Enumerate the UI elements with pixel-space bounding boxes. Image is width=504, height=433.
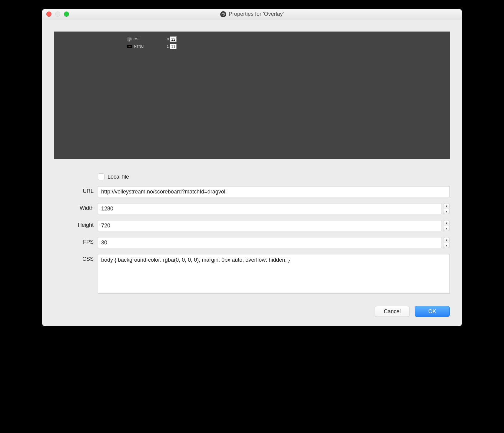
dialog-footer: Cancel OK: [54, 306, 450, 317]
team1-logo-icon: [127, 37, 132, 42]
height-step-up[interactable]: ▴: [443, 220, 450, 225]
properties-window: Properties for 'Overlay' OSI 0 12 ◦-◦ NT…: [42, 9, 462, 326]
team2-points: 11: [170, 44, 177, 49]
width-step-up[interactable]: ▴: [443, 203, 450, 208]
form-grid: Local file URL Width ▴ ▾ Height ▴ ▾: [54, 173, 450, 295]
fps-step-up[interactable]: ▴: [443, 237, 450, 242]
scoreboard-overlay: OSI 0 12 ◦-◦ NTNUI 1 11: [127, 36, 177, 50]
score-row-1: OSI 0 12: [127, 36, 177, 42]
css-label: CSS: [54, 254, 94, 262]
score-row-2: ◦-◦ NTNUI 1 11: [127, 43, 177, 50]
ok-button[interactable]: OK: [415, 306, 450, 317]
width-step-down[interactable]: ▾: [443, 209, 450, 214]
titlebar-center: Properties for 'Overlay': [220, 11, 284, 17]
fps-label: FPS: [54, 237, 94, 245]
fps-step-down[interactable]: ▾: [443, 243, 450, 248]
minimize-window-button: [55, 12, 60, 17]
local-file-row: Local file: [98, 173, 450, 180]
fps-cell: ▴ ▾: [98, 237, 450, 248]
zoom-window-button[interactable]: [64, 12, 69, 17]
fps-input[interactable]: [98, 237, 441, 248]
url-input[interactable]: [98, 186, 450, 197]
height-step-down[interactable]: ▾: [443, 226, 450, 231]
team2-sets: 1: [164, 45, 169, 48]
height-spin: ▴ ▾: [443, 220, 450, 231]
width-input[interactable]: [98, 203, 441, 214]
fps-spin: ▴ ▾: [443, 237, 450, 248]
cancel-button[interactable]: Cancel: [375, 306, 410, 317]
width-label: Width: [54, 203, 94, 211]
width-spin: ▴ ▾: [443, 203, 450, 214]
close-window-button[interactable]: [46, 12, 51, 17]
source-preview: OSI 0 12 ◦-◦ NTNUI 1 11: [54, 32, 450, 159]
team1-name: OSI: [134, 37, 164, 41]
css-textarea[interactable]: [98, 254, 450, 294]
local-file-label: Local file: [108, 174, 129, 180]
team1-sets: 0: [164, 37, 169, 41]
local-file-spacer: [54, 173, 94, 175]
window-title: Properties for 'Overlay': [229, 11, 284, 17]
url-cell: [98, 186, 450, 197]
window-body: OSI 0 12 ◦-◦ NTNUI 1 11 Local file URL: [42, 19, 462, 326]
url-label: URL: [54, 186, 94, 194]
team2-logo-icon: ◦-◦: [127, 45, 132, 48]
team1-points: 12: [170, 36, 177, 42]
height-label: Height: [54, 220, 94, 228]
titlebar: Properties for 'Overlay': [42, 9, 462, 19]
team2-name: NTNUI: [134, 45, 164, 48]
local-file-checkbox[interactable]: [98, 173, 104, 180]
css-cell: [98, 254, 450, 295]
traffic-lights: [42, 12, 69, 17]
height-input[interactable]: [98, 220, 441, 231]
height-cell: ▴ ▾: [98, 220, 450, 231]
obs-icon: [220, 11, 226, 17]
width-cell: ▴ ▾: [98, 203, 450, 214]
